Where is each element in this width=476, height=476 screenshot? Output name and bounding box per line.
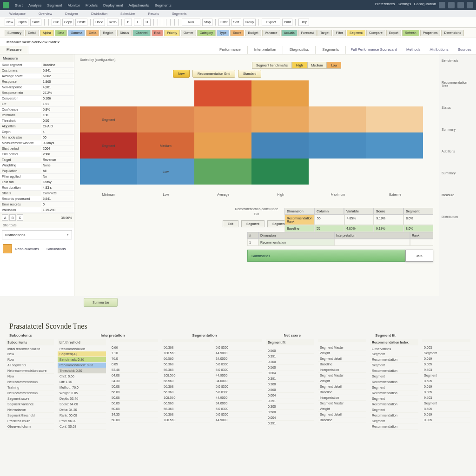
tab-right[interactable]: Sources — [453, 46, 476, 54]
toolbar-chip[interactable]: Dimensions — [441, 30, 464, 36]
prop-row[interactable]: Non-response4,981 — [0, 85, 74, 90]
tab[interactable]: Interpretation — [248, 46, 283, 54]
window-icon[interactable] — [448, 2, 455, 8]
toolbar-button[interactable]: Help — [298, 19, 309, 26]
prop-row[interactable]: Error records0 — [0, 202, 74, 207]
toolbar-chip[interactable]: Target — [317, 30, 332, 36]
prop-row[interactable]: Last runToday — [0, 179, 74, 185]
search-value-field[interactable]: 395 — [405, 250, 433, 262]
heatmap-cell[interactable] — [309, 106, 366, 132]
heatmap-cell[interactable] — [309, 132, 366, 159]
heatmap-cell[interactable] — [80, 159, 137, 185]
toolbar-button[interactable]: Run — [182, 19, 200, 26]
toolbar-button[interactable]: Group — [243, 19, 256, 26]
menu-item[interactable]: Monitor — [67, 3, 80, 7]
toolbar-chip[interactable]: Owner — [181, 30, 196, 36]
heatmap-cell[interactable] — [251, 159, 309, 185]
prop-row[interactable]: Records processed6,841 — [0, 196, 74, 202]
window-icon[interactable] — [457, 2, 464, 8]
heatmap-cell[interactable] — [251, 80, 309, 106]
toolbar-button[interactable]: Redo — [107, 19, 119, 26]
heatmap-cell[interactable] — [366, 106, 423, 132]
toolbar-chip[interactable]: Filter — [333, 30, 346, 36]
heatmap-cell[interactable] — [194, 80, 251, 106]
toolbar-chip[interactable]: Priority — [164, 30, 180, 36]
toolbar-chip[interactable]: Detail — [25, 30, 39, 36]
summarize-button[interactable]: Summarize — [84, 298, 118, 307]
sub-item[interactable]: Designer — [65, 12, 78, 15]
prop-row[interactable]: End period2006 — [0, 152, 74, 157]
heatmap-cell[interactable] — [251, 132, 309, 159]
prop-row[interactable]: Min node size50 — [0, 135, 74, 140]
toolbar-button[interactable]: Print — [282, 19, 292, 26]
toolbar-chip[interactable]: Risk — [152, 30, 164, 36]
heatmap-cell[interactable] — [194, 132, 251, 159]
prop-row[interactable]: Depth4 — [0, 129, 74, 135]
canvas-mini-button[interactable]: Segment — [241, 220, 264, 227]
heatmap-cell[interactable] — [194, 159, 251, 185]
prop-row[interactable]: Response1,860 — [0, 79, 74, 85]
prop-row[interactable]: Threshold0.50 — [0, 118, 74, 124]
tab-right[interactable]: Methods — [402, 46, 425, 54]
toolbar-chip[interactable]: Region — [100, 30, 116, 36]
sub-item[interactable]: Overview — [39, 12, 52, 15]
toolbar-chip[interactable]: Type — [217, 30, 229, 36]
prop-tool-button[interactable]: C — [17, 214, 23, 221]
window-icon[interactable] — [439, 2, 445, 8]
mini-tab[interactable]: Medium — [307, 62, 327, 69]
canvas-mini-button[interactable]: Edit — [223, 220, 238, 227]
menu-item[interactable]: Start — [15, 3, 23, 7]
window-icon[interactable] — [467, 2, 473, 8]
heatmap-grid[interactable]: SegmentSegmentMediumLow — [80, 80, 424, 192]
toolbar-button[interactable]: Open — [17, 19, 28, 26]
toolbar-chip[interactable]: Actuals — [281, 30, 298, 36]
prop-row[interactable]: Lift1.91 — [0, 101, 74, 107]
tab-right[interactable]: Full Performance Scorecard — [346, 46, 402, 54]
heatmap-cell[interactable]: Low — [137, 159, 194, 185]
menu-item[interactable]: Adjustments — [129, 3, 149, 7]
prop-row[interactable]: Conversion0.106 — [0, 96, 74, 101]
canvas-button[interactable]: Recommendation Grid — [192, 70, 235, 78]
sub-item[interactable]: Results — [148, 12, 159, 15]
prop-row[interactable]: Customers6,841 — [0, 68, 74, 73]
sub-item[interactable]: Scheduler — [120, 12, 135, 15]
toolbar-chip[interactable]: Export — [386, 30, 401, 36]
toolbar-button[interactable]: Paste — [75, 19, 87, 26]
menu-right-item[interactable]: Settings — [398, 2, 411, 8]
toolbar-chip[interactable]: Compare — [366, 30, 385, 36]
toolbar-chip[interactable]: Alpha — [40, 30, 54, 36]
prop-row[interactable]: Measurement window90 days — [0, 140, 74, 146]
sub-item[interactable]: Segments — [172, 12, 187, 15]
toolbar-chip[interactable]: Category — [197, 30, 216, 36]
prop-row[interactable]: StatusComplete — [0, 191, 74, 196]
toolbar-chip[interactable]: Beta — [55, 30, 67, 36]
toolbar-chip[interactable]: Status — [117, 30, 132, 36]
toolbar-chip[interactable]: Variance — [262, 30, 280, 36]
heatmap-cell[interactable]: Segment — [80, 132, 137, 159]
mini-tab[interactable]: High — [292, 62, 307, 69]
toolbar-chip[interactable]: Channel — [132, 30, 150, 36]
menu-item[interactable]: Segment — [47, 3, 62, 7]
toolbar-button[interactable]: Cut — [52, 19, 60, 26]
canvas-button[interactable]: New — [173, 70, 190, 78]
prop-row[interactable]: AlgorithmCHAID — [0, 124, 74, 129]
menu-right-item[interactable]: Configuration — [414, 2, 436, 8]
toolbar-button[interactable]: Stop — [202, 19, 212, 26]
prop-row[interactable]: Average score6.802 — [0, 73, 74, 79]
prop-row[interactable]: Iterations100 — [0, 112, 74, 118]
toolbar-chip[interactable]: Delta — [86, 30, 99, 36]
toolbar-button[interactable]: B — [125, 19, 132, 26]
heatmap-cell[interactable] — [366, 132, 423, 159]
tab[interactable]: Diagnostics — [283, 46, 316, 54]
toolbar-button[interactable]: Export — [262, 19, 280, 26]
canvas-button[interactable]: Standard — [238, 70, 261, 78]
toolbar-button[interactable]: New — [5, 19, 15, 26]
heatmap-cell[interactable] — [194, 106, 251, 132]
toolbar-chip[interactable]: Properties — [420, 30, 441, 36]
prop-row[interactable]: WeightingNone — [0, 163, 74, 168]
prop-row[interactable]: TargetRevenue — [0, 157, 74, 163]
toolbar-chip[interactable]: Forecast — [298, 30, 317, 36]
toolbar-button[interactable]: Undo — [93, 19, 105, 26]
tab-right[interactable]: Attributions — [425, 46, 453, 54]
menu-item[interactable]: Analyze — [28, 3, 41, 7]
